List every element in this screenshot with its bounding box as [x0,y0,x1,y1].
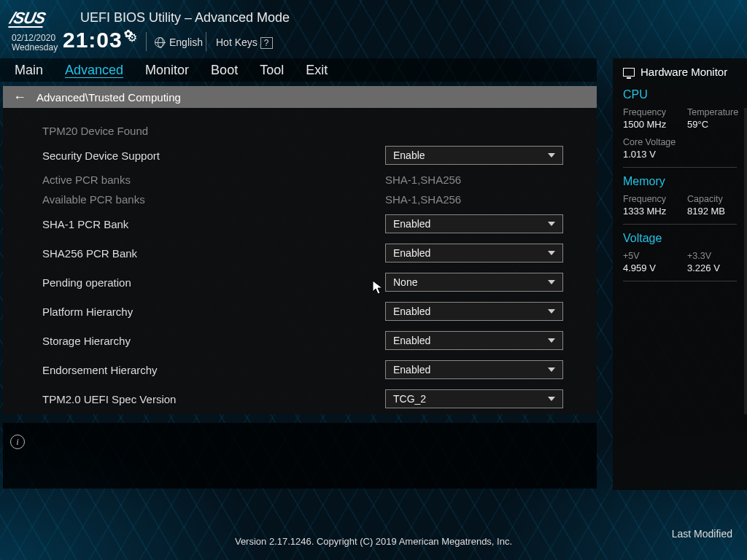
chevron-down-icon [548,251,555,255]
chevron-down-icon [548,153,555,158]
volt-3v-label: +3.3V [687,251,744,261]
chevron-down-icon [548,280,555,284]
divider [623,281,737,281]
globe-icon [155,37,165,47]
select-value: Enabled [393,335,430,346]
tab-tool[interactable]: Tool [260,63,284,78]
setting-label: Storage Hierarchy [42,335,385,347]
tab-exit[interactable]: Exit [306,63,328,78]
setting-row: Pending operation None [42,268,581,297]
tab-main[interactable]: Main [15,63,43,78]
asus-logo: /SUS [8,9,47,28]
setting-row: Platform Hierarchy Enabled [42,297,581,326]
mem-cap-label: Capacity [687,194,744,204]
weekday-text: Wednesday [12,43,58,52]
cpu-freq-value: 1500 MHz [623,119,680,130]
setting-row: Available PCR banks SHA-1,SHA256 [42,190,581,209]
chevron-down-icon [548,222,555,226]
breadcrumb-bar[interactable]: ← Advanced\Trusted Computing [3,86,597,108]
tab-monitor[interactable]: Monitor [145,63,189,78]
divider [623,224,737,225]
setting-row: SHA256 PCR Bank Enabled [42,238,581,268]
setting-label: SHA256 PCR Bank [42,247,385,260]
section-voltage: Voltage [623,232,737,245]
tpm-found-label: TPM20 Device Found [42,125,385,137]
volt-3v-value: 3.226 V [687,262,744,273]
setting-row: Security Device Support Enable [42,141,581,170]
settings-panel: TPM20 Device Found Security Device Suppo… [3,108,597,414]
select-security-device-support[interactable]: Enable [385,146,563,165]
section-cpu: CPU [623,88,737,101]
select-value: None [393,276,417,288]
divider [623,167,737,168]
select-storage-hierarchy[interactable]: Enabled [385,331,563,350]
main-tabs: Main Advanced Monitor Boot Tool Exit [0,58,597,82]
section-memory: Memory [623,175,737,188]
setting-label: Pending operation [42,276,385,289]
cpu-temp-label: Temperature [687,107,744,117]
select-endorsement-hierarchy[interactable]: Enabled [385,360,563,379]
info-icon: i [10,435,25,449]
help-panel [3,423,597,489]
core-voltage-label: Core Voltage [623,137,680,147]
tab-boot[interactable]: Boot [211,63,238,78]
chevron-down-icon [548,397,555,401]
setting-label: Available PCR banks [42,193,385,206]
mem-cap-value: 8192 MB [687,206,744,217]
select-value: Enabled [393,306,430,317]
language-label: English [169,36,203,48]
volt-5v-label: +5V [623,251,680,261]
setting-row: Endorsement Hierarchy Enabled [42,355,581,384]
sidebar-title: Hardware Monitor [623,66,737,78]
language-selector[interactable]: English [155,36,203,48]
top-bar: /SUS UEFI BIOS Utility – Advanced Mode 0… [0,0,747,58]
hardware-monitor-panel: Hardware Monitor CPU Frequency1500 MHz T… [613,58,747,490]
select-value: Enable [393,149,425,161]
separator [206,32,206,51]
setting-label: Security Device Support [42,149,385,162]
mem-freq-value: 1333 MHz [623,206,680,217]
monitor-icon [623,68,635,77]
footer-bar: Version 2.17.1246. Copyright (C) 2019 Am… [0,522,747,560]
hotkeys-label: Hot Keys [216,36,258,48]
core-voltage-value: 1.013 V [623,149,680,160]
select-value: TCG_2 [393,393,426,405]
help-icon: ? [260,37,273,49]
separator [146,32,147,51]
setting-row: Storage Hierarchy Enabled [42,326,581,355]
app-title: UEFI BIOS Utility – Advanced Mode [80,10,290,26]
select-value: Enabled [393,218,430,230]
setting-label: Endorsement Hierarchy [42,364,385,376]
select-pending-operation[interactable]: None [385,273,563,292]
mem-freq-label: Frequency [623,194,680,204]
select-sha256-pcr-bank[interactable]: Enabled [385,244,563,262]
date-display: 02/12/2020 Wednesday [12,34,58,52]
select-tpm-uefi-spec[interactable]: TCG_2 [385,389,563,408]
setting-label: TPM2.0 UEFI Spec Version [42,393,385,405]
setting-row: SHA-1 PCR Bank Enabled [42,209,581,238]
chevron-down-icon [548,368,555,372]
hotkeys-button[interactable]: Hot Keys? [216,36,273,49]
select-value: Enabled [393,247,430,259]
select-platform-hierarchy[interactable]: Enabled [385,302,563,321]
select-sha1-pcr-bank[interactable]: Enabled [385,214,563,233]
clock[interactable]: 21:03✿ [63,28,133,52]
time-text: 21:03 [63,28,123,52]
setting-value: SHA-1,SHA256 [385,174,461,186]
back-arrow-icon[interactable]: ← [13,90,26,105]
setting-label: Active PCR banks [42,174,385,186]
chevron-down-icon [548,338,555,343]
gear-icon[interactable]: ⚙ [127,31,137,44]
setting-row: Active PCR banks SHA-1,SHA256 [42,170,581,190]
cpu-temp-value: 59°C [687,119,744,130]
select-value: Enabled [393,364,430,376]
tab-advanced[interactable]: Advanced [65,63,123,78]
sidebar-title-text: Hardware Monitor [640,66,727,78]
cpu-freq-label: Frequency [623,107,680,117]
chevron-down-icon [548,309,555,314]
volt-5v-value: 4.959 V [623,262,680,273]
copyright-text: Version 2.17.1246. Copyright (C) 2019 Am… [235,536,512,547]
setting-label: Platform Hierarchy [42,306,385,318]
setting-label: SHA-1 PCR Bank [42,218,385,230]
setting-row: TPM2.0 UEFI Spec Version TCG_2 [42,384,581,413]
